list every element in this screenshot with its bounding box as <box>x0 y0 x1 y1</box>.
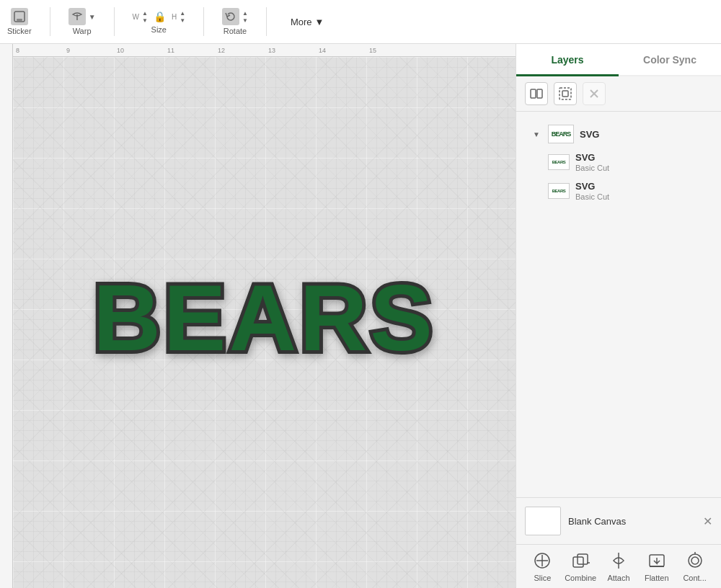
layer-item-2-thumbnail: BEARS <box>548 183 570 199</box>
canvas-grid: BEARS <box>13 57 516 588</box>
layer-item-1-thumbnail: BEARS <box>548 154 570 170</box>
svg-rect-4 <box>537 89 542 98</box>
combine-icon <box>570 551 590 571</box>
sticker-tool[interactable]: Sticker <box>7 8 32 35</box>
layers-list: ▼ BEARS SVG BEARS SVG Basic Cut <box>516 112 721 497</box>
svg-rect-5 <box>559 88 571 99</box>
svg-rect-1 <box>17 19 22 21</box>
blank-canvas-close-icon[interactable]: ✕ <box>703 514 712 528</box>
group-button[interactable] <box>525 82 548 105</box>
contour-button[interactable]: Cont... <box>677 551 713 582</box>
rotate-icon <box>222 8 239 25</box>
panel-tabs: Layers Color Sync <box>516 44 721 76</box>
slice-button[interactable]: Slice <box>524 551 560 582</box>
flatten-button[interactable]: Flatten <box>639 551 675 582</box>
svg-rect-12 <box>573 557 583 567</box>
attach-icon <box>609 551 629 571</box>
attach-button[interactable]: Attach <box>601 551 637 582</box>
more-dropdown-icon: ▼ <box>315 17 324 27</box>
layer-item-2[interactable]: BEARS SVG Basic Cut <box>542 177 712 205</box>
panel-toolbar <box>516 76 721 112</box>
separator-3 <box>203 7 204 36</box>
warp-tool[interactable]: ▼ Warp <box>68 8 96 35</box>
svg-rect-13 <box>578 554 588 564</box>
layer-group-info: SVG <box>580 129 599 140</box>
lock-icon[interactable]: 🔒 <box>154 11 166 22</box>
ruler-top: 8 9 10 11 12 13 14 15 <box>13 44 516 57</box>
blank-canvas-label: Blank Canvas <box>568 516 626 527</box>
size-tool: W ▲ ▼ 🔒 H ▲ ▼ Size <box>133 10 186 34</box>
main-area: 8 9 10 11 12 13 14 15 BEARS <box>0 44 721 588</box>
ruler-side <box>0 44 13 588</box>
layer-group-svg: ▼ BEARS SVG BEARS SVG Basic Cut <box>516 117 721 208</box>
rotate-tool[interactable]: ▲ ▼ Rotate <box>222 8 248 35</box>
svg-point-19 <box>691 557 699 564</box>
blank-canvas-area: Blank Canvas ✕ <box>516 497 721 544</box>
layer-item-1[interactable]: BEARS SVG Basic Cut <box>542 148 712 177</box>
more-button[interactable]: More ▼ <box>285 14 330 30</box>
chevron-down-icon: ▼ <box>531 128 542 140</box>
tab-color-sync[interactable]: Color Sync <box>619 45 721 76</box>
bottom-toolbar: Slice Combine Attach <box>516 544 721 588</box>
contour-icon <box>685 551 705 571</box>
sticker-icon <box>11 8 28 25</box>
layer-group-thumbnail: BEARS <box>548 125 574 143</box>
delete-button[interactable] <box>583 82 606 105</box>
separator-1 <box>50 7 50 36</box>
svg-rect-3 <box>531 89 536 98</box>
separator-4 <box>266 7 267 36</box>
bears-design[interactable]: BEARS <box>93 263 435 371</box>
svg-rect-6 <box>562 91 568 97</box>
layer-item-2-info: SVG Basic Cut <box>575 181 609 201</box>
blank-canvas-preview <box>525 507 561 535</box>
slice-icon <box>532 551 552 571</box>
bears-text: BEARS <box>93 263 435 371</box>
layer-sub-items: BEARS SVG Basic Cut BEARS SVG Basic Cut <box>542 148 712 205</box>
layer-group-header[interactable]: ▼ BEARS SVG <box>525 120 712 148</box>
ungroup-button[interactable] <box>554 82 577 105</box>
right-panel: Layers Color Sync ▼ BEARS <box>516 44 721 588</box>
canvas-area[interactable]: 8 9 10 11 12 13 14 15 BEARS <box>0 44 516 588</box>
combine-button[interactable]: Combine <box>562 551 598 582</box>
separator-2 <box>114 7 115 36</box>
svg-point-18 <box>689 554 702 567</box>
warp-icon <box>68 8 86 25</box>
tab-layers[interactable]: Layers <box>516 45 619 76</box>
layer-item-1-info: SVG Basic Cut <box>575 152 609 172</box>
flatten-icon <box>647 551 667 571</box>
top-toolbar: Sticker ▼ Warp W ▲ ▼ 🔒 <box>0 0 721 44</box>
